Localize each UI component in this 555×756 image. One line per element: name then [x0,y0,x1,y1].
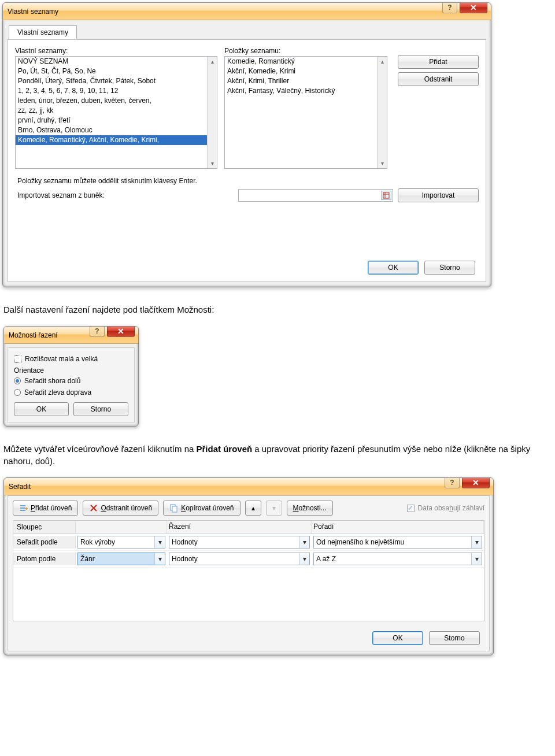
data-has-headers-checkbox[interactable]: ✓ Data obsahují záhlaví [407,504,484,512]
ok-button[interactable]: OK [368,261,419,275]
copy-level-button[interactable]: Kopírovat úroveň [163,501,240,516]
svg-rect-2 [20,507,25,509]
custom-lists-listbox[interactable]: NOVÝ SEZNAMPo, Út, St, Čt, Pá, So, NePon… [15,56,217,169]
order-select[interactable]: A až Z▾ [313,553,482,565]
list-entries-box[interactable]: Komedie, RomantickýAkční, Komedie, Krimi… [224,56,387,169]
radio-label: Seřadit zleva doprava [24,388,91,396]
list-item[interactable]: Akční, Komedie, Krimi [225,66,387,76]
close-icon[interactable]: ✕ [460,2,487,13]
import-range-input[interactable] [238,189,393,202]
list-item[interactable]: Komedie, Romantický, Akční, Komedie, Kri… [16,135,217,145]
list-item[interactable]: Komedie, Romantický [225,57,387,66]
add-level-icon [19,503,28,513]
sort-dialog: Seřadit ? ✕ Přidat úroveň Odstranit úrov… [3,477,494,655]
sort-on-select[interactable]: Hodnoty▾ [169,536,310,549]
radio-label: Seřadit shora dolů [24,377,80,385]
tab-custom-lists[interactable]: Vlastní seznamy [9,25,77,39]
button-label: OK [393,634,402,642]
add-button[interactable]: Přidat [398,55,479,69]
list-item[interactable]: 1, 2, 3, 4, 5, 6, 7, 8, 9, 10, 11, 12 [16,86,217,96]
scroll-down-icon[interactable]: ▾ [208,158,217,168]
list-item[interactable]: Po, Út, St, Čt, Pá, So, Ne [16,66,217,76]
checkbox-box: ✓ [407,505,415,512]
button-label: Storno [444,634,464,642]
svg-rect-5 [172,506,177,512]
grid-header-order: Pořadí [312,521,484,533]
button-label: Možnosti... [293,504,327,512]
column-select[interactable]: Rok výroby▾ [77,536,165,549]
ok-button[interactable]: OK [372,631,423,645]
dialog-title: Možnosti řazení [9,331,58,339]
checkbox-label: Data obsahují záhlaví [418,504,484,512]
radio-dot [14,389,21,396]
chevron-down-icon: ▾ [299,553,309,565]
svg-rect-0 [383,192,389,198]
dialog-title: Seřadit [9,483,31,491]
combo-value: Hodnoty [172,555,198,563]
body-text-1: Další nastavení řazení najdete pod tlačí… [3,303,552,316]
chevron-down-icon: ▾ [471,536,482,548]
button-label: Storno [91,405,111,413]
row-label: Potom podle [13,553,76,565]
button-label: Přidat [429,58,447,66]
svg-rect-1 [20,505,25,506]
ok-button[interactable]: OK [14,402,69,416]
move-up-button[interactable]: ▴ [245,501,261,516]
column-select[interactable]: Žánr▾ [77,553,165,565]
import-button[interactable]: Importovat [398,188,479,202]
button-label: Storno [439,264,460,272]
options-button[interactable]: Možnosti... [287,501,333,516]
titlebar[interactable]: Seřadit ? ✕ [4,478,493,495]
row-label: Seřadit podle [13,536,76,549]
help-icon[interactable]: ? [445,477,460,488]
label-list-entries: Položky seznamu: [224,47,387,55]
titlebar[interactable]: Možnosti řazení ? ✕ [4,327,138,344]
delete-level-button[interactable]: Odstranit úroveň [83,501,158,516]
list-item[interactable]: NOVÝ SEZNAM [16,57,217,66]
combo-value: Rok výroby [80,538,115,546]
cancel-button[interactable]: Storno [73,402,128,416]
checkbox-box [14,355,21,363]
scroll-up-icon[interactable]: ▴ [208,57,217,66]
scroll-up-icon[interactable]: ▴ [378,57,387,66]
radio-sort-left-right[interactable]: Seřadit zleva doprava [14,388,128,396]
help-icon[interactable]: ? [90,326,105,337]
list-item[interactable]: Pondělí, Úterý, Středa, Čtvrtek, Pátek, … [16,76,217,86]
delete-icon [89,503,98,513]
copy-icon [169,503,179,513]
titlebar[interactable]: Vlastní seznamy ? ✕ [3,3,491,20]
chevron-down-icon: ▾ [471,553,482,565]
scrollbar[interactable]: ▴ ▾ [377,57,387,168]
orientation-group-label: Orientace [14,366,128,375]
cancel-button[interactable]: Storno [429,631,480,645]
scrollbar[interactable]: ▴ ▾ [207,57,217,168]
radio-dot [14,377,21,384]
list-item[interactable]: Brno, Ostrava, Olomouc [16,125,217,135]
label-custom-lists: Vlastní seznamy: [15,47,217,55]
dialog-title: Vlastní seznamy [8,8,58,16]
close-icon[interactable]: ✕ [107,326,135,337]
hint-text: Položky seznamu můžete oddělit stisknutí… [15,177,479,185]
order-select[interactable]: Od nejmenšího k největšímu▾ [313,536,482,549]
radio-sort-top-down[interactable]: Seřadit shora dolů [14,377,128,385]
move-down-button[interactable]: ▾ [266,501,282,516]
list-item[interactable]: zz, zz, jj, kk [16,106,217,116]
case-sensitive-checkbox[interactable]: Rozlišovat malá a velká [14,355,128,363]
body-text-2: Můžete vytvářet víceúrovňové řazení klik… [3,443,552,467]
list-item[interactable]: první, druhý, třetí [16,116,217,125]
scroll-down-icon[interactable]: ▾ [378,158,387,168]
add-level-button[interactable]: Přidat úroveň [13,501,78,516]
close-icon[interactable]: ✕ [462,477,490,488]
list-item[interactable]: leden, únor, březen, duben, květen, červ… [16,96,217,106]
sort-on-select[interactable]: Hodnoty▾ [169,553,310,565]
help-icon[interactable]: ? [442,2,457,13]
checkbox-label: Rozlišovat malá a velká [25,355,98,363]
list-item[interactable]: Akční, Fantasy, Válečný, Historický [225,86,387,96]
chevron-up-icon: ▴ [251,504,255,512]
cancel-button[interactable]: Storno [424,261,475,275]
button-label: Odstranit [424,75,453,83]
range-picker-icon[interactable] [381,191,391,200]
chevron-down-icon: ▾ [154,536,165,548]
list-item[interactable]: Akční, Krimi, Thriller [225,76,387,86]
remove-button[interactable]: Odstranit [398,72,479,86]
